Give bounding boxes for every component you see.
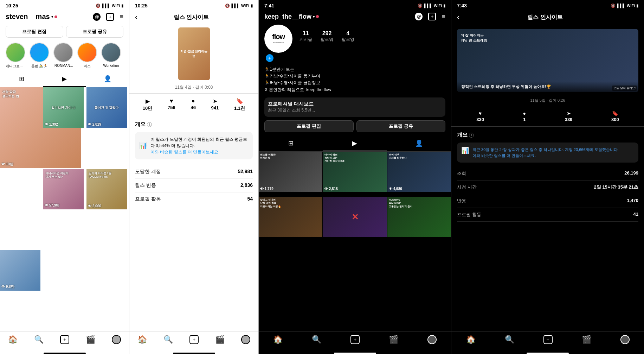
dark-tab-reels-3[interactable]: ▶ xyxy=(323,136,387,151)
dark-reel-thumb-4[interactable]: 더 잘 뛰어지는러닝 런 스트레칭 오늘 달려 갈게요! 정적인 스트레칭 후 … xyxy=(457,29,638,92)
menu-icon-1[interactable]: ≡ xyxy=(120,13,123,20)
back-btn-4[interactable]: ‹ xyxy=(457,13,459,22)
time-3: 7:41 xyxy=(264,3,274,8)
share-profile-btn-1[interactable]: 프로필 공유 xyxy=(66,26,124,38)
dark-stat-label-3-4: 프로필 활동 xyxy=(457,211,481,218)
menu-icon-3[interactable]: ≡ xyxy=(442,13,445,20)
story-label-1: 캐니크로스🐕 xyxy=(6,64,25,69)
dark-grid-text-3-1: 밴드를 이용한하체운동 xyxy=(260,153,276,159)
battery-icon-1: ▮ xyxy=(121,4,123,8)
home-indicator-2 xyxy=(173,353,215,354)
dark-grid-item-3-2[interactable]: 매수에 하면능력이 되는간단한 동작 3단계 👁 2,818 xyxy=(323,152,387,192)
dark-following-lbl-3: 팔로잉 xyxy=(342,37,354,43)
nav-add-2[interactable]: + xyxy=(189,335,199,344)
dark-grid-item-3-6[interactable]: RUNNINGWARM UP고통없는 달리기 준비 xyxy=(387,197,451,237)
dark-share-btn-3[interactable]: 프로필 공유 xyxy=(356,120,446,132)
nav-home-1[interactable]: 🏠 xyxy=(8,335,18,344)
dark-reel-date-4: 11월 5일 · 길이 0:26 xyxy=(451,96,644,106)
live-dot-1 xyxy=(54,15,57,18)
dark-similar-link-4[interactable]: 이와 비슷한 릴스를 더 만들어보세요. xyxy=(472,153,536,158)
threads-icon-1[interactable]: @ xyxy=(93,13,101,21)
dark-nav-add-4[interactable]: + xyxy=(543,335,553,344)
home-indicator-4 xyxy=(527,353,569,354)
dark-grid-item-3-5[interactable]: ✕ xyxy=(323,197,387,237)
reel-stat-val-1-2: 756 xyxy=(168,105,175,110)
tab-grid-1[interactable]: ⊞ xyxy=(0,71,43,87)
bookmark-icon-2: 🔖 xyxy=(236,98,243,105)
dark-edit-btn-3[interactable]: 프로필 편집 xyxy=(264,120,354,132)
dark-nav-search-3[interactable]: 🔍 xyxy=(312,335,321,344)
story-item-2[interactable]: 훈련 🚴🏃 xyxy=(30,43,49,69)
dark-following-val-3: 4 xyxy=(347,30,350,37)
nav-search-2[interactable]: 🔍 xyxy=(163,335,173,344)
nav-add-1[interactable]: + xyxy=(60,335,69,344)
stat-label-0-2: 도달한 계정 xyxy=(135,169,161,175)
nav-reels-1[interactable]: 🎬 xyxy=(86,335,95,344)
nav-avatar-2[interactable] xyxy=(241,335,250,344)
bio-line-3-3: 🏃러닝•수영•사이클 꿀팁정보 xyxy=(264,80,445,86)
add-icon-3[interactable]: + xyxy=(428,13,436,20)
dark-nav-add-3[interactable]: + xyxy=(350,335,360,344)
dark-profile-header-3: keep_the__flow ▾ @ + ≡ xyxy=(259,10,451,23)
reel-preview-2: 저렴•깔끔 정리하는 법 xyxy=(129,25,258,83)
nav-reels-2[interactable]: 🎬 xyxy=(215,335,225,344)
stat-row-2-2: 프로필 활동 54 xyxy=(135,192,253,206)
dark-tabs-3: ⊞ ▶ 👤 xyxy=(259,136,451,152)
username-1: steven__mas ▾ xyxy=(6,13,57,21)
dark-stat-likes-4: ♥ 330 xyxy=(476,110,484,122)
info-icon-2[interactable]: ℹ xyxy=(147,122,152,127)
story-label-2: 훈련 🚴🏃 xyxy=(31,64,48,69)
story-item-1[interactable]: 캐니크로스🐕 xyxy=(6,43,25,69)
dark-nav-reels-4[interactable]: 🎬 xyxy=(582,335,591,344)
grid-item-2-2[interactable]: 강아지 마라톤 2등PACE:3:44/km 👁 2,060 xyxy=(86,169,127,209)
reel-stat-shares-2: ➤ 941 xyxy=(211,98,219,112)
dark-grid-item-3-1[interactable]: 밴드를 이용한하체운동 👁 1,779 xyxy=(259,152,322,192)
threads-icon-3[interactable]: @ xyxy=(415,13,423,20)
reel-stat-saves-2: 🔖 1.1천 xyxy=(234,98,245,112)
dark-posts-val-3: 11 xyxy=(303,30,309,37)
story-avatar-4 xyxy=(77,43,97,62)
home-indicator-1 xyxy=(44,353,86,354)
story-item-5[interactable]: Workation xyxy=(101,43,121,69)
tab-tagged-1[interactable]: 👤 xyxy=(86,71,129,87)
reel-thumb-2[interactable]: 저렴•깔끔 정리하는 법 xyxy=(178,27,210,80)
dark-info-icon-4[interactable]: ℹ xyxy=(469,133,474,138)
dark-username-text-3: keep_the__flow xyxy=(264,13,311,20)
edit-profile-btn-1[interactable]: 프로필 편집 xyxy=(6,26,63,38)
grid-item-2-3[interactable]: 👁 9.8만 xyxy=(0,250,40,291)
reel-stat-val-0-2: 10만 xyxy=(143,105,152,112)
dark-avatar-3[interactable]: flow 〰〰〰 xyxy=(264,25,292,53)
dark-grid-item-3-3[interactable]: 뛰어 이후카페를 방문하다 👁 4,980 xyxy=(387,152,451,192)
status-bar-1: 10:25 🔇 ▌▌▌ WiFi ▮ xyxy=(0,0,129,10)
dark-nav-avatar-3[interactable] xyxy=(427,335,437,344)
dark-nav-reels-3[interactable]: 🎬 xyxy=(389,335,398,344)
back-btn-2[interactable]: ‹ xyxy=(135,13,137,22)
story-item-4[interactable]: 마스 xyxy=(77,43,97,69)
dark-stat-followers-3: 292 팔로워 xyxy=(321,30,333,43)
dark-nav-avatar-4[interactable] xyxy=(620,335,630,344)
nav-avatar-1[interactable] xyxy=(112,335,121,344)
dark-tab-tagged-3[interactable]: 👤 xyxy=(387,136,451,151)
grid-item-1-2[interactable]: 같기보면 차이니! 👁 1,392 xyxy=(43,87,84,128)
dark-nav-home-3[interactable]: 🏠 xyxy=(273,335,283,344)
similar-reels-link-2[interactable]: 이와 비슷한 릴스를 더 만들어보세요. xyxy=(150,150,220,154)
tab-reels-1[interactable]: ▶ xyxy=(43,71,86,87)
add-icon-1[interactable]: + xyxy=(106,13,114,21)
follow-plus-3[interactable]: + xyxy=(266,54,273,62)
status-icons-1: 🔇 ▌▌▌ WiFi ▮ xyxy=(96,4,123,8)
dark-tab-grid-3[interactable]: ⊞ xyxy=(259,136,323,151)
nav-search-1[interactable]: 🔍 xyxy=(34,335,44,344)
story-item-3[interactable]: IRONMAN... xyxy=(53,43,73,69)
grid-item-1-3[interactable]: 돌이간 것 같았다 👁 2,829 xyxy=(86,87,127,128)
dark-share-icon-4: ➤ xyxy=(567,110,571,116)
dark-nav-search-4[interactable]: 🔍 xyxy=(505,335,514,344)
time-1: 10:25 xyxy=(6,3,18,8)
stat-row-0-2: 도달한 계정 52,981 xyxy=(135,165,253,179)
dashboard-btn-3[interactable]: 프로페셔널 대시보드 최근 30일간 조회 5.5만... xyxy=(264,97,445,117)
dark-grid-item-3-4[interactable]: 달리고 싶다면당장 코어 힘을키워야하는 이유🔥 xyxy=(259,197,322,237)
signal-icon-1: ▌▌▌ xyxy=(102,4,110,8)
dark-nav-home-4[interactable]: 🏠 xyxy=(466,335,476,344)
grid-item-2-1[interactable]: 피니셔라면 직전에이게 무슨 일? 👁 57.9만 xyxy=(43,169,84,209)
nav-home-2[interactable]: 🏠 xyxy=(137,335,147,344)
reel-thumb-inner-2: 저렴•깔끔 정리하는 법 xyxy=(178,27,210,80)
